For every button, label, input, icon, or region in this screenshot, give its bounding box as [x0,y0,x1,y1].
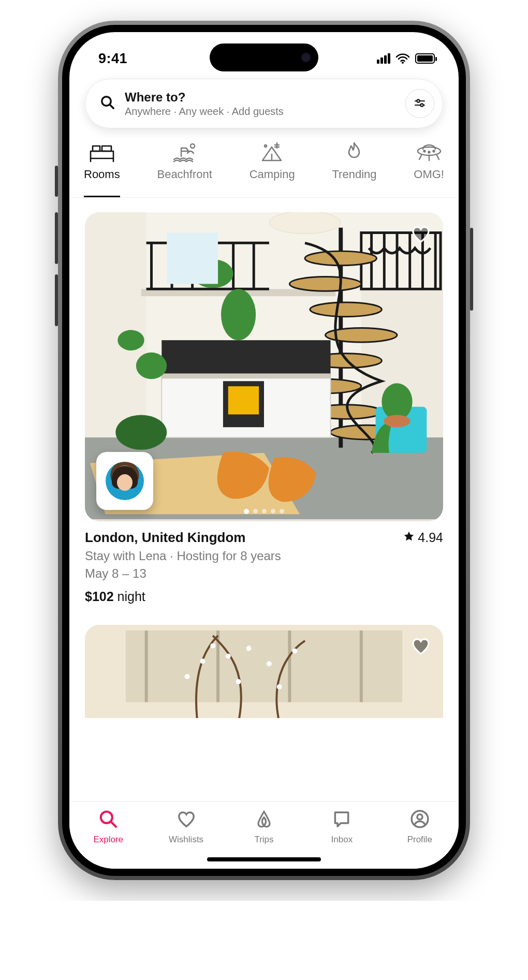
svg-point-57 [115,415,167,449]
svg-point-75 [277,684,282,689]
svg-line-2 [110,105,113,108]
category-label: OMG! [414,168,444,181]
nav-profile[interactable]: Profile [381,809,459,845]
side-button [55,166,58,197]
phone-frame: 9:41 Where to? Anywhere · Any week · Add… [58,21,470,880]
chat-icon [332,809,351,831]
camp-icon [259,141,285,163]
svg-point-74 [236,679,241,684]
svg-rect-60 [167,233,218,284]
sliders-icon [414,97,426,111]
svg-point-71 [267,661,272,666]
category-trending[interactable]: Trending [332,141,376,197]
listing-location: London, United Kingdom [85,530,246,546]
category-camping[interactable]: Camping [250,141,295,197]
svg-point-39 [310,302,382,317]
svg-point-59 [269,212,341,234]
wishlist-heart-button[interactable] [409,223,433,246]
listing-dates: May 8 – 13 [85,566,443,581]
search-subtitle: Anywhere · Any week · Add guests [125,106,396,118]
svg-point-38 [289,277,361,291]
room-scene-illustration [85,625,443,718]
nav-label: Wishlists [169,835,203,845]
person-icon [410,809,430,831]
svg-point-11 [265,145,267,147]
svg-point-73 [185,674,190,679]
listing-rating: 4.94 [403,530,443,545]
ufo-icon [415,141,443,163]
svg-point-55 [118,330,144,350]
search-title: Where to? [125,90,396,105]
heart-icon [177,809,196,831]
category-label: Rooms [84,168,120,181]
svg-point-10 [190,144,195,148]
nav-wishlists[interactable]: Wishlists [147,809,225,845]
category-label: Camping [250,168,295,181]
nav-trips[interactable]: Trips [225,809,303,845]
svg-rect-45 [162,340,330,376]
listings-scroll[interactable]: London, United Kingdom 4.94 Stay with Le… [69,198,459,801]
battery-icon [415,53,435,64]
status-time: 9:41 [98,51,127,67]
side-button [55,212,58,264]
star-icon [403,530,415,545]
svg-point-70 [246,646,251,651]
svg-point-79 [417,814,422,820]
svg-point-68 [200,659,205,664]
svg-rect-49 [162,373,330,378]
listing-card[interactable]: London, United Kingdom 4.94 Stay with Le… [85,212,443,604]
host-avatar [106,462,144,500]
category-omg[interactable]: OMG! [414,141,444,197]
nav-explore[interactable]: Explore [69,809,147,845]
svg-line-77 [111,822,116,827]
svg-point-54 [136,353,167,379]
svg-point-0 [402,62,404,64]
category-beachfront[interactable]: Beachfront [157,141,212,197]
search-bar[interactable]: Where to? Anywhere · Any week · Add gues… [85,79,443,128]
category-label: Beachfront [157,168,212,181]
svg-point-56 [382,383,412,420]
side-button [470,228,473,311]
dynamic-island [210,43,318,71]
photo-pager-dots [244,509,284,514]
svg-rect-8 [93,146,100,151]
listing-card-peek[interactable] [85,625,443,718]
category-label: Trending [332,168,376,181]
category-rooms[interactable]: Rooms [84,141,120,197]
side-button [55,274,58,326]
heart-icon [410,224,431,246]
svg-rect-7 [91,151,113,158]
nav-inbox[interactable]: Inbox [303,809,380,845]
listing-photo[interactable] [85,212,443,521]
svg-point-58 [384,415,410,427]
cellular-icon [377,53,390,64]
svg-point-69 [226,653,231,659]
svg-rect-48 [228,386,259,414]
search-icon [100,95,115,112]
flame-icon [344,141,364,163]
airbnb-logo-icon [254,809,274,831]
nav-label: Profile [407,835,432,845]
svg-point-5 [417,99,419,102]
nav-label: Explore [93,835,123,845]
category-tabs: Rooms Beachfront Camping Trending [69,128,459,198]
svg-point-14 [428,152,430,153]
heart-icon [410,636,431,658]
wifi-icon [395,53,410,64]
svg-point-53 [221,289,256,340]
wishlist-heart-button[interactable] [409,635,433,659]
host-avatar-chip[interactable] [96,452,153,510]
nav-label: Trips [254,835,273,845]
svg-point-6 [420,104,423,106]
svg-point-15 [433,151,434,152]
nav-label: Inbox [331,835,353,845]
filters-button[interactable] [405,89,434,118]
home-indicator [207,857,321,861]
svg-point-37 [305,251,376,266]
svg-rect-9 [102,146,111,151]
listing-price: $102 night [85,589,443,604]
beach-icon [172,141,198,163]
svg-point-72 [292,648,297,653]
svg-point-67 [210,643,215,648]
bed-icon [89,141,115,163]
